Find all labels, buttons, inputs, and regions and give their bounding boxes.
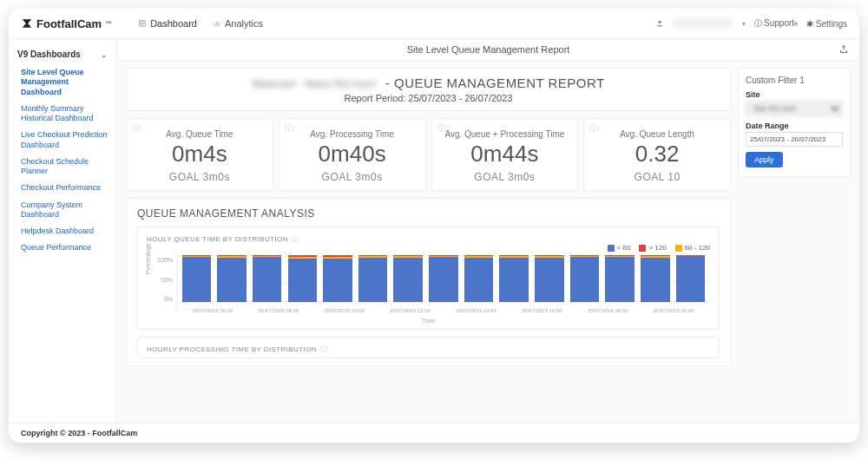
xtick: 25/07/2023 14:00	[444, 308, 510, 313]
logo-icon	[21, 17, 33, 30]
nav-dashboard[interactable]: Dashboard	[138, 18, 197, 29]
xtick: 25/07/2023 12:00	[378, 308, 444, 313]
svg-rect-0	[139, 20, 141, 23]
kpi-label: Avg. Queue Length	[589, 129, 725, 139]
kpi-value: 0m40s	[285, 141, 420, 168]
chevron-down-icon[interactable]: ▾	[742, 20, 746, 28]
sidebar-item-live-checkout[interactable]: Live Checkout Prediction Dashboard	[9, 127, 116, 154]
sidebar-item-checkout-schedule[interactable]: Checkout Schedule Planner	[9, 154, 116, 181]
bar[interactable]	[288, 255, 318, 302]
chart1-title: HOULY QUEUE TIME BY DISTRIBUTION	[147, 235, 288, 243]
filter-card: Custom Filter 1 Site Site Rd Awri Date R…	[738, 68, 851, 177]
kpi-goal: GOAL 3m0s	[437, 171, 573, 183]
bar[interactable]	[535, 255, 564, 302]
sidebar-item-checkout-performance[interactable]: Checkout Performance	[9, 180, 116, 196]
chart-hourly-processing-time: HOURLY PROCESSING TIME BY DISTRIBUTION ⓘ	[137, 337, 720, 358]
sidebar-group-label: V9 Dashboards	[17, 49, 81, 59]
xtick: 25/07/2023 10:00	[312, 308, 378, 313]
xtick: 25/07/2023 16:00	[509, 308, 575, 313]
bar[interactable]	[253, 255, 282, 302]
nav-dashboard-label: Dashboard	[150, 18, 197, 29]
legend-item: > 120	[639, 244, 666, 252]
svg-point-7	[658, 21, 661, 23]
kpi-label: Avg. Queue Time	[132, 129, 267, 139]
svg-rect-3	[143, 24, 146, 27]
user-name-blurred[interactable]	[673, 19, 733, 28]
sidebar: V9 Dashboards ⌄ Site Level Queue Managem…	[9, 39, 117, 423]
info-icon[interactable]: ⓘ	[132, 122, 141, 135]
svg-rect-4	[214, 23, 215, 26]
bar[interactable]	[464, 255, 494, 302]
bar[interactable]	[217, 255, 247, 302]
info-icon[interactable]: ⓘ	[292, 234, 299, 244]
chevron-down-icon: ⌄	[101, 50, 108, 59]
bar[interactable]	[641, 255, 670, 302]
bar[interactable]	[393, 255, 423, 302]
xtick: 25/07/2023 18:00	[575, 308, 641, 313]
report-subject-blurred: Walmart · Main Rd Awri	[252, 77, 376, 90]
filter-date-label: Date Range	[746, 122, 843, 130]
info-icon[interactable]: ⓘ	[437, 122, 446, 135]
apply-button[interactable]: Apply	[746, 152, 783, 168]
sidebar-item-site-level-queue[interactable]: Site Level Queue Management Dashboard	[9, 64, 116, 101]
kpi-label: Avg. Queue + Processing Time	[437, 129, 573, 139]
kpi-label: Avg. Processing Time	[285, 129, 420, 139]
bar[interactable]	[499, 255, 529, 302]
sidebar-item-queue-performance[interactable]: Queue Performance	[9, 240, 116, 256]
kpi-value: 0.32	[589, 141, 725, 168]
ytick: 0%	[164, 296, 173, 302]
footer-text: Copyright © 2023 - FootfallCam	[21, 429, 137, 437]
legend-item: 60 - 120	[675, 244, 710, 252]
filter-title: Custom Filter 1	[746, 76, 843, 85]
filter-date-input[interactable]	[746, 132, 843, 147]
kpi-value: 0m4s	[132, 141, 267, 168]
bar[interactable]	[182, 255, 212, 302]
kpi-goal: GOAL 10	[589, 171, 725, 183]
kpi-card-1: ⓘ Avg. Processing Time 0m40s GOAL 3m0s	[279, 118, 426, 191]
bar[interactable]	[605, 255, 635, 302]
bar[interactable]	[358, 255, 388, 302]
bar[interactable]	[323, 255, 352, 302]
x-axis-label: Time	[147, 318, 710, 324]
xtick: 25/07/2023 20:00	[641, 308, 707, 313]
info-icon[interactable]: ⓘ	[320, 345, 327, 354]
bar[interactable]	[429, 255, 458, 302]
page-title: Site Level Queue Management Report	[407, 44, 570, 55]
analytics-icon	[213, 19, 221, 28]
brand-logo: FootfallCam™	[21, 17, 112, 30]
nav-analytics[interactable]: Analytics	[213, 18, 263, 29]
footer: Copyright © 2023 - FootfallCam	[9, 423, 859, 443]
user-icon[interactable]	[655, 19, 664, 28]
chart2-title: HOURLY PROCESSING TIME BY DISTRIBUTION	[147, 345, 317, 353]
analysis-panel: QUEUE MANAGEMENT ANALYSIS HOULY QUEUE TI…	[126, 198, 731, 366]
bar[interactable]	[570, 255, 600, 302]
bar[interactable]	[676, 255, 706, 302]
topbar: FootfallCam™ Dashboard Analytics ▾ ⓘ Sup…	[9, 9, 859, 39]
sidebar-group-header[interactable]: V9 Dashboards ⌄	[9, 46, 116, 64]
support-link[interactable]: ⓘ Support▾	[754, 18, 799, 30]
settings-link[interactable]: ✱ Settings	[806, 19, 847, 29]
sidebar-item-company-system[interactable]: Company System Dashboard	[9, 197, 116, 224]
xtick: 25/07/2023 08:00	[246, 308, 312, 313]
export-icon[interactable]	[838, 44, 849, 56]
sidebar-item-monthly-summary[interactable]: Monthly Summary Historical Dashboard	[9, 101, 116, 128]
svg-rect-6	[219, 23, 220, 27]
svg-rect-2	[139, 24, 141, 27]
kpi-goal: GOAL 3m0s	[132, 171, 267, 183]
filter-site-select[interactable]: Site Rd Awri	[746, 101, 843, 116]
y-axis-label: Percentage	[145, 243, 151, 274]
kpi-value: 0m44s	[437, 141, 573, 168]
kpi-goal: GOAL 3m0s	[285, 171, 420, 183]
report-title: QUEUE MANAGEMENT REPORT	[394, 76, 605, 90]
sidebar-item-helpdesk[interactable]: Helpdesk Dashboard	[9, 223, 116, 240]
kpi-card-2: ⓘ Avg. Queue + Processing Time 0m44s GOA…	[431, 118, 579, 191]
ytick: 50%	[161, 277, 173, 283]
report-header-card: Walmart · Main Rd Awri - QUEUE MANAGEMEN…	[126, 68, 731, 111]
info-icon[interactable]: ⓘ	[285, 122, 293, 135]
report-period: Report Period: 25/07/2023 - 26/07/2023	[135, 93, 721, 103]
info-icon[interactable]: ⓘ	[589, 122, 598, 135]
brand-name: FootfallCam	[36, 17, 102, 30]
kpi-card-0: ⓘ Avg. Queue Time 0m4s GOAL 3m0s	[126, 118, 273, 191]
xtick: 25/07/2023 06:00	[180, 308, 246, 313]
nav-analytics-label: Analytics	[225, 18, 263, 29]
